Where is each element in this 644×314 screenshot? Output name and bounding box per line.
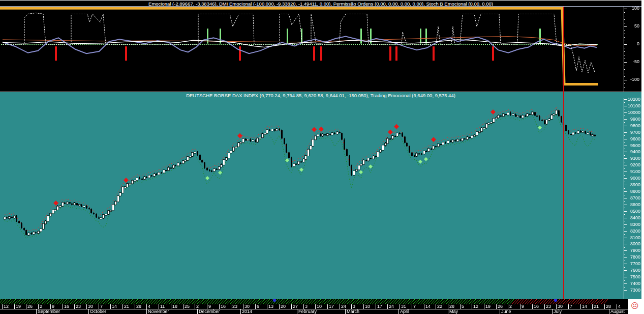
week-label: 17 xyxy=(377,304,382,309)
date-axis: 1219262916233071421284111825291623306132… xyxy=(0,299,628,314)
month-label-row: SeptemberOctoberNovemberDecember2014Febr… xyxy=(0,309,628,314)
week-tick xyxy=(436,304,436,309)
week-label: 19 xyxy=(16,304,21,309)
price-plot-area[interactable] xyxy=(0,98,624,299)
week-label: 9 xyxy=(208,304,211,309)
week-label: 7 xyxy=(100,304,103,309)
week-tick xyxy=(424,304,424,309)
week-label: 14 xyxy=(582,304,587,309)
week-label: 24 xyxy=(389,304,394,309)
week-tick xyxy=(351,304,352,309)
week-tick xyxy=(195,304,195,309)
month-label: April xyxy=(400,309,409,314)
month-label: March xyxy=(347,309,359,314)
week-label: 19 xyxy=(485,304,490,309)
indicator-y-axis xyxy=(624,0,641,92)
week-label: 2 xyxy=(196,304,199,309)
week-label: 2 xyxy=(509,304,512,309)
chart-window: Emocional (-2.89667, -3.38346), DMI Emoc… xyxy=(0,0,644,314)
week-label: 21 xyxy=(124,304,129,309)
week-label: 14 xyxy=(112,304,117,309)
week-label: 28 xyxy=(136,304,141,309)
week-label: 24 xyxy=(341,304,346,309)
week-tick xyxy=(14,304,15,309)
week-label: 23 xyxy=(546,304,551,309)
week-label: 16 xyxy=(534,304,539,309)
week-tick xyxy=(219,304,220,309)
week-label: 31 xyxy=(401,304,406,309)
week-label: 16 xyxy=(64,304,69,309)
week-tick xyxy=(207,304,207,309)
month-tick xyxy=(88,309,89,314)
week-label: 20 xyxy=(281,304,286,309)
week-tick xyxy=(592,304,593,309)
week-tick xyxy=(472,304,472,309)
month-label: June xyxy=(501,309,511,314)
week-tick xyxy=(363,304,364,309)
week-label: 4 xyxy=(148,304,150,309)
week-tick xyxy=(520,304,520,309)
week-tick xyxy=(2,304,3,309)
week-label: 28 xyxy=(449,304,454,309)
week-tick xyxy=(387,304,388,309)
week-label: 30 xyxy=(88,304,93,309)
week-tick xyxy=(303,304,304,309)
week-tick xyxy=(159,304,159,309)
week-tick xyxy=(340,304,340,309)
week-tick xyxy=(26,304,26,309)
cursor-vertical-line xyxy=(563,7,564,299)
week-label: 12 xyxy=(4,304,9,309)
week-label: 23 xyxy=(76,304,81,309)
week-label: 11 xyxy=(160,304,165,309)
week-tick xyxy=(496,304,497,309)
week-tick xyxy=(448,304,448,309)
week-label: 14 xyxy=(425,304,431,309)
week-label: 9 xyxy=(52,304,54,309)
month-tick xyxy=(197,309,198,314)
week-tick xyxy=(556,304,557,309)
price-panel-title: DEUTSCHE BORSE DAX INDEX (9,770.24, 9,79… xyxy=(0,92,641,98)
week-label: 3 xyxy=(305,304,308,309)
week-tick xyxy=(122,304,123,309)
month-tick xyxy=(345,309,346,314)
week-tick xyxy=(460,304,461,309)
week-tick xyxy=(604,304,605,309)
month-tick xyxy=(500,309,500,314)
week-label: 9 xyxy=(522,304,524,309)
month-tick xyxy=(448,309,448,314)
month-tick xyxy=(297,309,297,314)
price-y-axis xyxy=(624,92,641,299)
week-label: 26 xyxy=(27,304,33,309)
week-label: 23 xyxy=(232,304,237,309)
week-tick xyxy=(110,304,111,309)
month-label: July xyxy=(554,309,562,314)
week-label: 30 xyxy=(558,304,563,309)
window-right-edge xyxy=(641,0,644,314)
week-label: 10 xyxy=(317,304,322,309)
week-label: 30 xyxy=(244,304,250,309)
week-label: 7 xyxy=(570,304,572,309)
week-tick xyxy=(508,304,508,309)
week-label: 22 xyxy=(437,304,442,309)
week-tick xyxy=(231,304,231,309)
month-tick xyxy=(552,309,553,314)
month-label: 2014 xyxy=(242,309,252,314)
week-label: 27 xyxy=(293,304,298,309)
week-label: 12 xyxy=(473,304,478,309)
week-label: 26 xyxy=(498,304,503,309)
week-tick xyxy=(327,304,328,309)
week-label: 17 xyxy=(329,304,334,309)
week-label: 4 xyxy=(618,304,621,309)
week-label: 10 xyxy=(365,304,370,309)
week-tick xyxy=(63,304,63,309)
week-label: 7 xyxy=(413,304,416,309)
week-tick xyxy=(243,304,243,309)
week-tick xyxy=(99,304,99,309)
month-label: November xyxy=(148,309,169,314)
week-label: 2 xyxy=(40,304,42,309)
week-tick xyxy=(617,304,617,309)
indicator-plot-area[interactable] xyxy=(0,7,624,92)
month-label: September xyxy=(38,309,60,314)
week-tick xyxy=(255,304,256,309)
week-label: 13 xyxy=(268,304,273,309)
